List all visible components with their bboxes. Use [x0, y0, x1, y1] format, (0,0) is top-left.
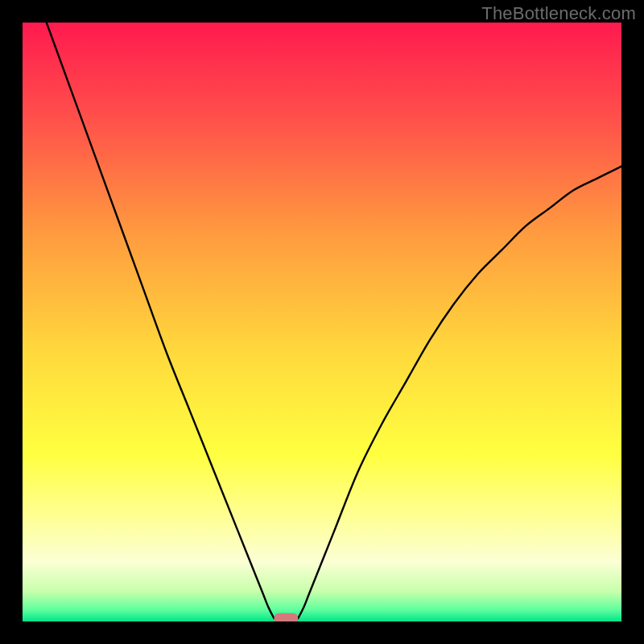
bottleneck-marker [274, 613, 298, 621]
gradient-background [23, 23, 621, 621]
plot-area [23, 23, 621, 621]
chart-svg [23, 23, 621, 621]
chart-frame: TheBottleneck.com [0, 0, 644, 644]
watermark-text: TheBottleneck.com [481, 3, 636, 24]
